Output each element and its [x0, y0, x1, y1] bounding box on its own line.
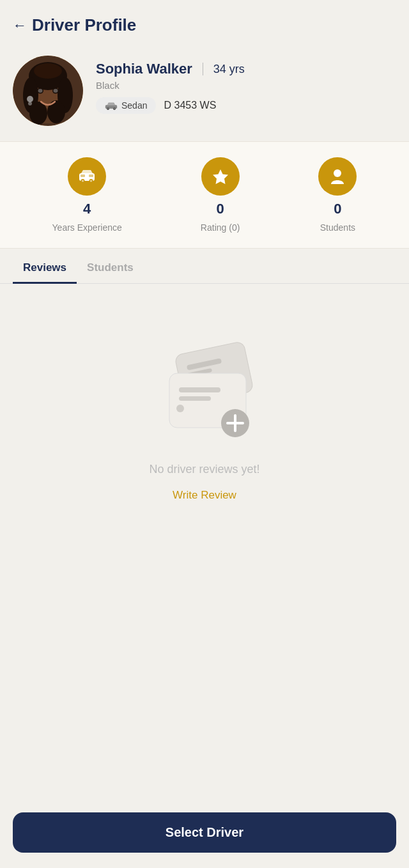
vehicle-color: Black [96, 80, 396, 91]
svg-point-22 [82, 180, 84, 182]
empty-illustration [141, 335, 268, 450]
svg-point-14 [34, 63, 62, 79]
students-label: Students [320, 222, 355, 233]
svg-point-24 [90, 180, 92, 182]
profile-name-row: Sophia Walker 34 yrs [96, 61, 396, 77]
students-value: 0 [334, 201, 341, 217]
driver-name: Sophia Walker [96, 61, 192, 77]
stat-students: 0 Students [318, 157, 357, 233]
experience-icon-circle [68, 157, 106, 196]
svg-marker-27 [213, 169, 228, 184]
rating-label: Rating (0) [201, 222, 240, 233]
experience-label: Years Experience [52, 222, 122, 233]
back-arrow-icon: ← [13, 17, 27, 34]
svg-point-18 [107, 108, 109, 109]
stats-section: 4 Years Experience 0 Rating (0) 0 Studen… [0, 141, 409, 249]
svg-rect-34 [179, 387, 220, 392]
star-icon [212, 167, 229, 185]
rating-icon-circle [201, 157, 240, 196]
svg-rect-35 [179, 396, 211, 401]
avatar [13, 56, 83, 126]
svg-point-28 [334, 169, 341, 177]
avatar-image [13, 56, 83, 126]
svg-point-11 [54, 89, 58, 93]
header: ← Driver Profile [0, 0, 409, 45]
no-reviews-illustration [141, 335, 268, 450]
tab-students[interactable]: Students [77, 251, 144, 284]
svg-point-10 [38, 89, 43, 93]
driver-age: 34 yrs [213, 63, 245, 76]
svg-point-13 [28, 102, 32, 105]
bottom-spacer [0, 540, 409, 604]
write-review-button[interactable]: Write Review [173, 489, 236, 502]
experience-value: 4 [83, 201, 91, 217]
empty-state: No driver reviews yet! Write Review [0, 284, 409, 540]
sedan-icon [105, 101, 118, 110]
select-driver-button[interactable]: Select Driver [13, 812, 396, 853]
students-icon-circle [318, 157, 357, 196]
svg-rect-26 [89, 174, 93, 177]
svg-point-6 [29, 102, 47, 125]
tab-reviews[interactable]: Reviews [13, 251, 77, 284]
svg-point-12 [27, 96, 33, 102]
vehicle-type-label: Sedan [121, 100, 147, 111]
tabs-section: Reviews Students [0, 251, 409, 284]
plate-number: D 3453 WS [164, 100, 216, 111]
rating-value: 0 [216, 201, 224, 217]
svg-point-19 [114, 108, 115, 109]
stat-experience: 4 Years Experience [52, 157, 122, 233]
bottom-bar: Select Driver [0, 802, 409, 868]
name-divider [203, 63, 203, 75]
no-reviews-text: No driver reviews yet! [149, 463, 259, 476]
svg-rect-25 [81, 174, 85, 177]
car-icon [78, 167, 96, 185]
profile-info: Sophia Walker 34 yrs Black Sedan D 3453 … [96, 56, 396, 114]
page-title: Driver Profile [32, 15, 136, 35]
profile-section: Sophia Walker 34 yrs Black Sedan D 3453 … [0, 45, 409, 141]
back-button[interactable]: ← [13, 17, 27, 34]
vehicle-row: Sedan D 3453 WS [96, 97, 396, 114]
person-icon [328, 167, 346, 185]
stat-rating: 0 Rating (0) [201, 157, 240, 233]
svg-point-36 [176, 405, 184, 412]
vehicle-type-badge: Sedan [96, 97, 156, 114]
